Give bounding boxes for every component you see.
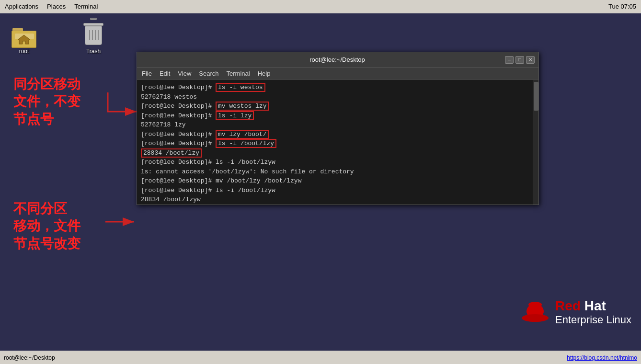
trash-line — [92, 30, 93, 40]
folder-body — [11, 31, 36, 48]
annotation-top: 同分区移动文件，不变节点号 — [13, 76, 80, 128]
trash-line — [98, 30, 99, 40]
taskbar-url[interactable]: https://blog.csdn.net/htnimo — [567, 354, 637, 361]
top-menubar-left: Applications Places Terminal — [5, 3, 98, 10]
trash-icon-label: Trash — [86, 48, 101, 55]
trash-line — [95, 30, 96, 40]
terminal-window: root@lee:~/Desktop – □ ✕ File Edit View … — [137, 52, 539, 205]
terminal-menu-file[interactable]: File — [142, 70, 152, 77]
terminal-menu-edit[interactable]: Edit — [160, 70, 170, 77]
terminal-controls: – □ ✕ — [505, 56, 535, 64]
terminal-menu-search[interactable]: Search — [199, 70, 218, 77]
terminal-line: [root@lee Desktop]# ls -i lzy — [141, 111, 535, 121]
menu-terminal[interactable]: Terminal — [74, 3, 98, 10]
terminal-line: [root@lee Desktop]# ls -i /boot/lzyw — [141, 186, 535, 195]
terminal-line: 28834 /boot/lzy — [141, 148, 535, 158]
redhat-logo: Red Hat Enterprise Linux — [521, 298, 631, 327]
terminal-titlebar: root@lee:~/Desktop – □ ✕ — [137, 52, 538, 68]
taskbar-path: root@lee:~/Desktop — [4, 354, 55, 361]
terminal-menu-view[interactable]: View — [178, 70, 191, 77]
svg-point-5 — [528, 302, 542, 307]
terminal-line: ls: cannot access '/boot/lzyw': No such … — [141, 167, 535, 177]
annotation-bottom: 不同分区移动，文件节点号改变 — [13, 200, 80, 252]
trash-icon-wrapper — [82, 23, 105, 48]
top-menubar-clock: Tue 07:05 — [608, 3, 636, 10]
terminal-menu-terminal[interactable]: Terminal — [227, 70, 250, 77]
redhat-brand-text: Red Hat Enterprise Linux — [555, 298, 631, 326]
terminal-line: [root@lee Desktop]# mv lzy /boot/ — [141, 130, 535, 139]
desktop-icon-root[interactable]: root — [5, 28, 43, 55]
terminal-line: [root@lee Desktop]# _ — [141, 205, 535, 205]
menu-places[interactable]: Places — [47, 3, 66, 10]
terminal-minimize-button[interactable]: – — [505, 56, 514, 64]
terminal-scrollbar[interactable] — [533, 80, 538, 205]
trash-lid — [83, 23, 103, 26]
terminal-line: 52762718 lzy — [141, 120, 535, 130]
menu-applications[interactable]: Applications — [5, 3, 38, 10]
folder-icon — [11, 28, 36, 48]
root-icon-label: root — [19, 48, 29, 55]
desktop-area: root Trash 同分区移 — [0, 13, 641, 351]
svg-marker-0 — [18, 35, 30, 44]
svg-point-6 — [522, 314, 549, 322]
redhat-red: Red — [555, 298, 581, 313]
terminal-line: 28834 /boot/lzyw — [141, 195, 535, 205]
home-shape-icon — [17, 34, 31, 45]
terminal-line: [root@lee Desktop]# ls -i westos — [141, 83, 535, 92]
terminal-close-button[interactable]: ✕ — [526, 56, 535, 64]
trash-line — [89, 30, 90, 40]
redhat-hat-text: Hat — [581, 298, 606, 313]
terminal-menu-help[interactable]: Help — [258, 70, 271, 77]
terminal-maximize-button[interactable]: □ — [515, 56, 524, 64]
trash-body — [85, 26, 102, 45]
terminal-line: [root@lee Desktop]# ls -i /boot/lzy — [141, 139, 535, 148]
redhat-name: Red Hat — [555, 298, 631, 314]
trash-lines — [89, 30, 99, 40]
terminal-title: root@lee:~/Desktop — [170, 56, 505, 63]
redhat-hat-icon — [521, 298, 549, 327]
arrow-bottom — [101, 212, 149, 250]
terminal-scroll-thumb — [534, 82, 538, 111]
terminal-line: [root@lee Desktop]# mv /boot/lzy /boot/l… — [141, 176, 535, 186]
trash-handle — [90, 18, 97, 20]
terminal-line: [root@lee Desktop]# mv westos lzy — [141, 102, 535, 111]
desktop-icon-trash[interactable]: Trash — [74, 23, 113, 55]
taskbar: root@lee:~/Desktop https://blog.csdn.net… — [0, 351, 641, 364]
terminal-line: [root@lee Desktop]# ls -i /boot/lzyw — [141, 158, 535, 167]
redhat-enterprise: Enterprise Linux — [555, 314, 631, 326]
terminal-menubar: File Edit View Search Terminal Help — [137, 68, 538, 80]
terminal-content[interactable]: [root@lee Desktop]# ls -i westos 5276271… — [137, 80, 538, 205]
terminal-line: 52762718 westos — [141, 92, 535, 102]
desktop: Applications Places Terminal Tue 07:05 r… — [0, 0, 641, 364]
top-menubar: Applications Places Terminal Tue 07:05 — [0, 0, 641, 13]
